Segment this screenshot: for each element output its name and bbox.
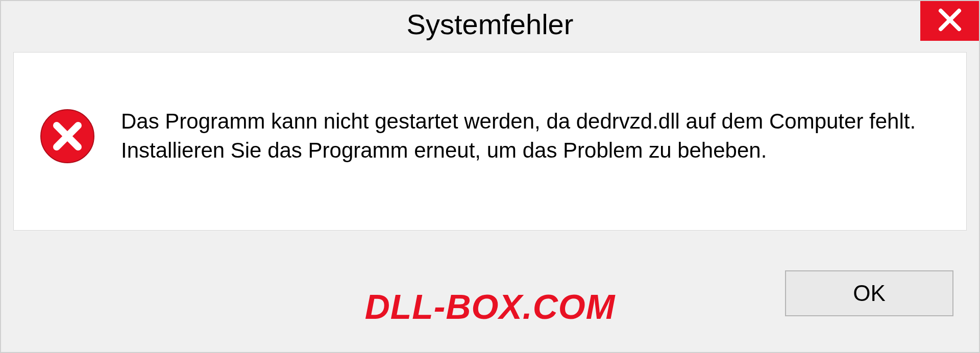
error-message: Das Programm kann nicht gestartet werden… [121,107,941,165]
close-button[interactable] [920,1,979,41]
dialog-title: Systemfehler [407,8,574,41]
watermark-text: DLL-BOX.COM [365,287,616,326]
titlebar: Systemfehler [1,1,979,47]
error-dialog: Systemfehler Das Programm kann nicht ges… [0,0,980,353]
close-icon [937,7,963,35]
error-icon [39,108,95,164]
content-area: Das Programm kann nicht gestartet werden… [13,52,967,231]
ok-button[interactable]: OK [785,270,953,316]
dialog-footer: DLL-BOX.COM OK [1,250,979,352]
